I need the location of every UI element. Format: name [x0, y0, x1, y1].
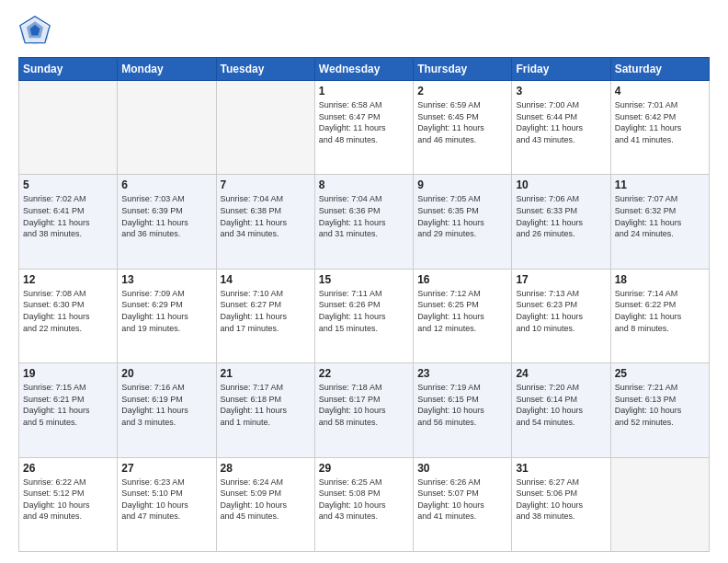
table-row: 30Sunrise: 6:26 AM Sunset: 5:07 PM Dayli… — [414, 457, 512, 551]
day-number: 17 — [516, 273, 606, 286]
logo — [18, 15, 57, 48]
table-row: 14Sunrise: 7:10 AM Sunset: 6:27 PM Dayli… — [216, 269, 314, 362]
day-number: 21 — [221, 367, 311, 380]
day-number: 26 — [23, 462, 113, 475]
day-number: 14 — [221, 273, 311, 286]
day-info: Sunrise: 7:14 AM Sunset: 6:22 PM Dayligh… — [615, 289, 682, 333]
day-number: 9 — [417, 178, 507, 191]
day-info: Sunrise: 7:15 AM Sunset: 6:21 PM Dayligh… — [23, 383, 90, 427]
day-number: 5 — [23, 178, 113, 191]
table-row — [19, 81, 118, 175]
day-info: Sunrise: 7:16 AM Sunset: 6:19 PM Dayligh… — [121, 383, 188, 427]
calendar-week-row: 26Sunrise: 6:22 AM Sunset: 5:12 PM Dayli… — [19, 457, 710, 551]
col-monday: Monday — [118, 58, 216, 81]
day-number: 11 — [615, 178, 705, 191]
table-row: 24Sunrise: 7:20 AM Sunset: 6:14 PM Dayli… — [512, 363, 610, 457]
day-info: Sunrise: 7:13 AM Sunset: 6:23 PM Dayligh… — [516, 289, 583, 333]
day-number: 18 — [615, 273, 705, 286]
table-row: 12Sunrise: 7:08 AM Sunset: 6:30 PM Dayli… — [19, 269, 118, 362]
table-row: 5Sunrise: 7:02 AM Sunset: 6:41 PM Daylig… — [19, 175, 118, 269]
day-info: Sunrise: 6:23 AM Sunset: 5:10 PM Dayligh… — [121, 477, 188, 522]
table-row: 29Sunrise: 6:25 AM Sunset: 5:08 PM Dayli… — [314, 457, 413, 551]
calendar-week-row: 5Sunrise: 7:02 AM Sunset: 6:41 PM Daylig… — [19, 175, 710, 269]
day-info: Sunrise: 7:03 AM Sunset: 6:39 PM Dayligh… — [121, 194, 188, 238]
col-sunday: Sunday — [19, 58, 118, 81]
day-info: Sunrise: 7:10 AM Sunset: 6:27 PM Dayligh… — [221, 289, 288, 333]
header — [18, 15, 710, 48]
day-info: Sunrise: 7:12 AM Sunset: 6:25 PM Dayligh… — [417, 289, 484, 333]
table-row — [216, 81, 314, 175]
logo-icon — [18, 15, 51, 48]
table-row: 17Sunrise: 7:13 AM Sunset: 6:23 PM Dayli… — [512, 269, 610, 362]
day-info: Sunrise: 7:01 AM Sunset: 6:42 PM Dayligh… — [615, 100, 682, 144]
table-row — [118, 81, 216, 175]
col-saturday: Saturday — [610, 58, 709, 81]
table-row: 19Sunrise: 7:15 AM Sunset: 6:21 PM Dayli… — [19, 363, 118, 457]
table-row: 4Sunrise: 7:01 AM Sunset: 6:42 PM Daylig… — [610, 81, 709, 175]
day-info: Sunrise: 7:04 AM Sunset: 6:36 PM Dayligh… — [319, 194, 386, 238]
table-row: 13Sunrise: 7:09 AM Sunset: 6:29 PM Dayli… — [118, 269, 216, 362]
table-row: 16Sunrise: 7:12 AM Sunset: 6:25 PM Dayli… — [414, 269, 512, 362]
day-info: Sunrise: 6:59 AM Sunset: 6:45 PM Dayligh… — [417, 100, 484, 144]
day-info: Sunrise: 7:11 AM Sunset: 6:26 PM Dayligh… — [319, 289, 386, 333]
table-row: 25Sunrise: 7:21 AM Sunset: 6:13 PM Dayli… — [610, 363, 709, 457]
table-row — [610, 457, 709, 551]
calendar-table: Sunday Monday Tuesday Wednesday Thursday… — [18, 57, 710, 552]
table-row: 22Sunrise: 7:18 AM Sunset: 6:17 PM Dayli… — [314, 363, 413, 457]
table-row: 9Sunrise: 7:05 AM Sunset: 6:35 PM Daylig… — [414, 175, 512, 269]
day-info: Sunrise: 7:08 AM Sunset: 6:30 PM Dayligh… — [23, 289, 90, 333]
day-number: 15 — [319, 273, 409, 286]
day-number: 29 — [319, 462, 409, 475]
day-info: Sunrise: 7:20 AM Sunset: 6:14 PM Dayligh… — [516, 383, 583, 427]
table-row: 8Sunrise: 7:04 AM Sunset: 6:36 PM Daylig… — [314, 175, 413, 269]
table-row: 3Sunrise: 7:00 AM Sunset: 6:44 PM Daylig… — [512, 81, 610, 175]
col-wednesday: Wednesday — [314, 58, 413, 81]
day-number: 23 — [417, 367, 507, 380]
col-tuesday: Tuesday — [216, 58, 314, 81]
day-number: 19 — [23, 367, 113, 380]
day-number: 10 — [516, 178, 606, 191]
day-number: 6 — [121, 178, 211, 191]
table-row: 31Sunrise: 6:27 AM Sunset: 5:06 PM Dayli… — [512, 457, 610, 551]
table-row: 15Sunrise: 7:11 AM Sunset: 6:26 PM Dayli… — [314, 269, 413, 362]
day-info: Sunrise: 7:05 AM Sunset: 6:35 PM Dayligh… — [417, 194, 484, 238]
day-info: Sunrise: 6:22 AM Sunset: 5:12 PM Dayligh… — [23, 477, 90, 522]
day-info: Sunrise: 7:09 AM Sunset: 6:29 PM Dayligh… — [121, 289, 188, 333]
day-number: 1 — [319, 85, 409, 98]
table-row: 11Sunrise: 7:07 AM Sunset: 6:32 PM Dayli… — [610, 175, 709, 269]
day-number: 25 — [615, 367, 705, 380]
day-number: 7 — [221, 178, 311, 191]
day-number: 28 — [221, 462, 311, 475]
day-info: Sunrise: 7:07 AM Sunset: 6:32 PM Dayligh… — [615, 194, 682, 238]
col-friday: Friday — [512, 58, 610, 81]
table-row: 20Sunrise: 7:16 AM Sunset: 6:19 PM Dayli… — [118, 363, 216, 457]
day-info: Sunrise: 7:17 AM Sunset: 6:18 PM Dayligh… — [221, 383, 288, 427]
day-number: 31 — [516, 462, 606, 475]
day-number: 22 — [319, 367, 409, 380]
day-number: 4 — [615, 85, 705, 98]
day-info: Sunrise: 7:04 AM Sunset: 6:38 PM Dayligh… — [221, 194, 288, 238]
day-info: Sunrise: 6:27 AM Sunset: 5:06 PM Dayligh… — [516, 477, 583, 522]
calendar-week-row: 19Sunrise: 7:15 AM Sunset: 6:21 PM Dayli… — [19, 363, 710, 457]
day-number: 20 — [121, 367, 211, 380]
day-number: 12 — [23, 273, 113, 286]
table-row: 28Sunrise: 6:24 AM Sunset: 5:09 PM Dayli… — [216, 457, 314, 551]
day-number: 2 — [417, 85, 507, 98]
table-row: 2Sunrise: 6:59 AM Sunset: 6:45 PM Daylig… — [414, 81, 512, 175]
table-row: 6Sunrise: 7:03 AM Sunset: 6:39 PM Daylig… — [118, 175, 216, 269]
day-info: Sunrise: 6:24 AM Sunset: 5:09 PM Dayligh… — [221, 477, 288, 522]
day-info: Sunrise: 6:26 AM Sunset: 5:07 PM Dayligh… — [417, 477, 484, 522]
table-row: 21Sunrise: 7:17 AM Sunset: 6:18 PM Dayli… — [216, 363, 314, 457]
day-info: Sunrise: 7:00 AM Sunset: 6:44 PM Dayligh… — [516, 100, 583, 144]
day-info: Sunrise: 7:21 AM Sunset: 6:13 PM Dayligh… — [615, 383, 682, 427]
page: Sunday Monday Tuesday Wednesday Thursday… — [0, 0, 728, 563]
day-number: 8 — [319, 178, 409, 191]
day-number: 16 — [417, 273, 507, 286]
calendar-week-row: 12Sunrise: 7:08 AM Sunset: 6:30 PM Dayli… — [19, 269, 710, 362]
table-row: 1Sunrise: 6:58 AM Sunset: 6:47 PM Daylig… — [314, 81, 413, 175]
table-row: 27Sunrise: 6:23 AM Sunset: 5:10 PM Dayli… — [118, 457, 216, 551]
day-info: Sunrise: 7:18 AM Sunset: 6:17 PM Dayligh… — [319, 383, 386, 427]
table-row: 7Sunrise: 7:04 AM Sunset: 6:38 PM Daylig… — [216, 175, 314, 269]
day-number: 3 — [516, 85, 606, 98]
col-thursday: Thursday — [414, 58, 512, 81]
